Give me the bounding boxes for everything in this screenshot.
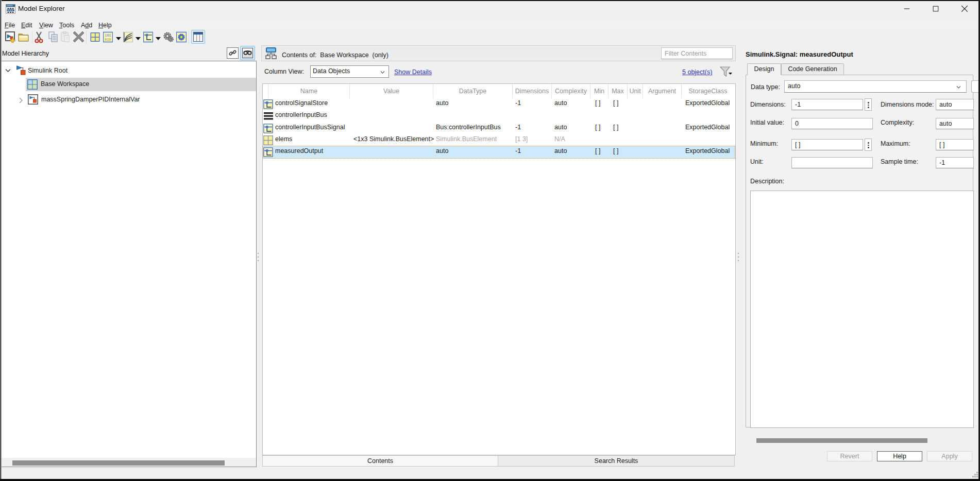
svg-text:101: 101 — [105, 33, 111, 38]
svg-text:010: 010 — [105, 38, 111, 42]
